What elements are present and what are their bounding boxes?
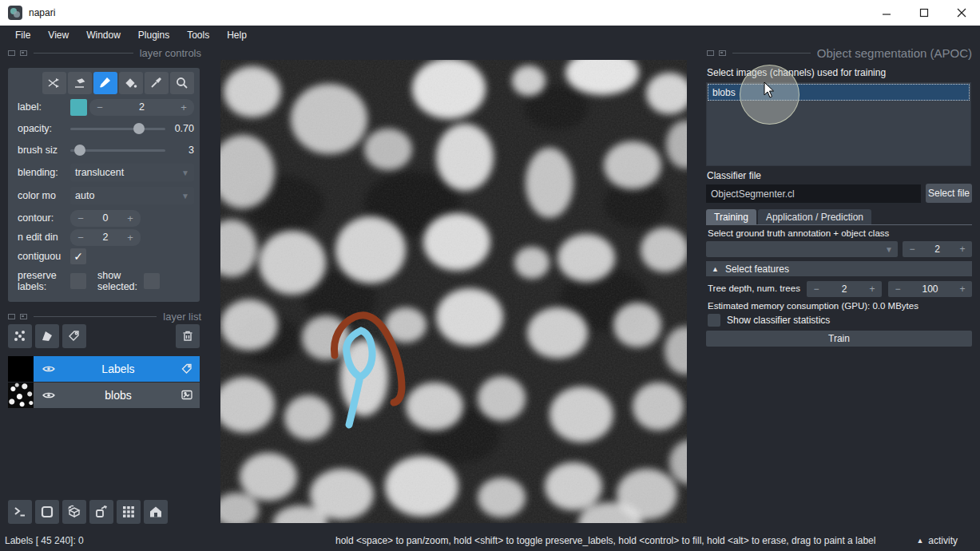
delete-layer-button[interactable] — [176, 324, 200, 348]
contour-decrement-button[interactable]: − — [70, 212, 91, 224]
layer-buttons — [8, 324, 200, 348]
opacity-caption: opacity: — [18, 124, 70, 134]
select-file-button[interactable]: Select file — [926, 184, 972, 203]
preserve-labels-caption: preserve labels: — [18, 270, 70, 292]
activity-button[interactable]: ▲ activity — [916, 535, 958, 546]
object-class-value[interactable]: 2 — [922, 244, 953, 255]
select-features-collapsible[interactable]: ▲ Select features — [706, 261, 972, 276]
chevron-down-icon: ▼ — [885, 245, 893, 254]
contour-spinbox[interactable]: − 0 + — [70, 210, 141, 227]
zoom-tool-button[interactable] — [170, 72, 194, 94]
visibility-eye-icon[interactable] — [42, 390, 56, 401]
n-edit-dim-decrement-button[interactable]: − — [70, 232, 91, 244]
show-stats-row: Show classifier statistics — [708, 314, 830, 327]
contour-value[interactable]: 0 — [91, 212, 120, 224]
menu-tools[interactable]: Tools — [178, 30, 218, 41]
brush-size-slider[interactable] — [70, 142, 165, 159]
console-button[interactable] — [8, 500, 32, 524]
contiguous-checkbox[interactable]: ✓ — [70, 248, 86, 264]
hide-dock-icon[interactable] — [8, 314, 15, 319]
contour-increment-button[interactable]: + — [120, 212, 141, 224]
tree-depth-increment-button[interactable]: + — [863, 283, 882, 295]
show-selected-checkbox[interactable] — [144, 273, 160, 289]
tree-depth-decrement-button[interactable]: − — [807, 283, 826, 295]
num-trees-increment-button[interactable]: + — [953, 283, 972, 295]
eraser-tool-button[interactable] — [68, 72, 92, 94]
left-dock: layer controls — [0, 44, 209, 531]
training-tab-pane: Select ground truth annotation + object … — [706, 224, 972, 394]
close-button[interactable] — [942, 0, 980, 26]
new-labels-layer-button[interactable] — [62, 324, 86, 348]
show-statistics-label: Show classifier statistics — [727, 315, 830, 326]
shuffle-colors-button[interactable] — [42, 72, 66, 94]
layer-row-blobs[interactable]: blobs — [8, 383, 200, 408]
home-reset-view-button[interactable] — [144, 500, 168, 524]
num-trees-decrement-button[interactable]: − — [888, 283, 907, 295]
image-canvas[interactable] — [220, 60, 687, 523]
float-dock-icon[interactable] — [20, 314, 27, 319]
points-icon — [13, 329, 27, 343]
label-increment-button[interactable]: + — [173, 101, 194, 113]
color-picker-tool-button[interactable] — [145, 72, 169, 94]
contour-row: contour: − 0 + — [18, 209, 194, 227]
label-row: label: − 2 + — [18, 98, 194, 116]
tab-training[interactable]: Training — [706, 209, 756, 225]
menu-window[interactable]: Window — [77, 30, 129, 41]
label-decrement-button[interactable]: − — [89, 101, 110, 113]
n-edit-dim-value[interactable]: 2 — [91, 232, 120, 243]
n-edit-dim-spinbox[interactable]: − 2 + — [70, 229, 141, 246]
hide-dock-icon[interactable] — [707, 50, 714, 56]
float-dock-icon[interactable] — [719, 50, 726, 56]
new-shapes-layer-button[interactable] — [35, 324, 59, 348]
ground-truth-dropdown[interactable]: ▼ — [706, 241, 898, 257]
window-title: napari — [29, 7, 55, 18]
ground-truth-label: Select ground truth annotation + object … — [708, 228, 889, 238]
menu-plugins[interactable]: Plugins — [129, 30, 178, 41]
visibility-eye-icon[interactable] — [42, 363, 56, 375]
grid-view-button[interactable] — [117, 500, 141, 524]
tree-depth-value[interactable]: 2 — [826, 283, 863, 295]
image-type-icon — [181, 389, 193, 402]
color-mode-dropdown[interactable]: auto ▼ — [70, 187, 194, 204]
ndisplay-toggle-button[interactable] — [35, 500, 59, 524]
preserve-labels-checkbox[interactable] — [70, 273, 86, 289]
menu-view[interactable]: View — [39, 30, 77, 41]
menu-help[interactable]: Help — [218, 30, 256, 41]
object-class-spinbox[interactable]: − 2 + — [903, 241, 972, 257]
tab-application-prediction[interactable]: Application / Prediction — [758, 209, 871, 225]
classifier-file-input[interactable]: ObjectSegmenter.cl — [706, 184, 921, 203]
new-points-layer-button[interactable] — [8, 324, 32, 348]
float-dock-icon[interactable] — [20, 50, 27, 56]
blending-dropdown[interactable]: translucent ▼ — [70, 164, 194, 181]
layer-name: blobs — [56, 389, 181, 402]
contour-caption: contour: — [18, 213, 70, 224]
opacity-slider-handle[interactable] — [133, 123, 145, 134]
show-statistics-checkbox[interactable] — [708, 314, 720, 327]
shapes-icon — [40, 329, 54, 343]
menu-file[interactable]: File — [6, 30, 39, 41]
transpose-dimensions-button[interactable] — [89, 500, 113, 524]
layer-row-labels[interactable]: Labels — [8, 356, 200, 382]
hide-dock-icon[interactable] — [8, 50, 15, 56]
label-spinbox[interactable]: − 2 + — [89, 99, 194, 116]
n-edit-dim-increment-button[interactable]: + — [120, 232, 141, 244]
minimize-button[interactable] — [867, 0, 905, 26]
train-button[interactable]: Train — [706, 331, 972, 347]
paintbrush-tool-button[interactable] — [93, 72, 117, 94]
maximize-button[interactable] — [905, 0, 942, 26]
roll-dimensions-button[interactable] — [62, 500, 86, 524]
fill-tool-button[interactable] — [119, 72, 143, 94]
label-value[interactable]: 2 — [110, 101, 173, 113]
coordinates-readout: Labels [ 45 240]: 0 — [5, 535, 84, 546]
viewer-canvas-area[interactable] — [209, 44, 700, 531]
opacity-slider[interactable] — [70, 121, 165, 137]
num-trees-spinbox[interactable]: − 100 + — [888, 281, 972, 297]
label-color-swatch[interactable] — [70, 99, 87, 116]
brush-size-slider-handle[interactable] — [74, 145, 85, 156]
tree-depth-spinbox[interactable]: − 2 + — [807, 281, 882, 297]
contiguous-caption: contiguou — [18, 252, 70, 262]
object-class-increment-button[interactable]: + — [953, 244, 972, 255]
object-class-decrement-button[interactable]: − — [903, 244, 922, 255]
num-trees-value[interactable]: 100 — [907, 283, 953, 295]
brush-size-caption: brush siz — [18, 145, 70, 156]
